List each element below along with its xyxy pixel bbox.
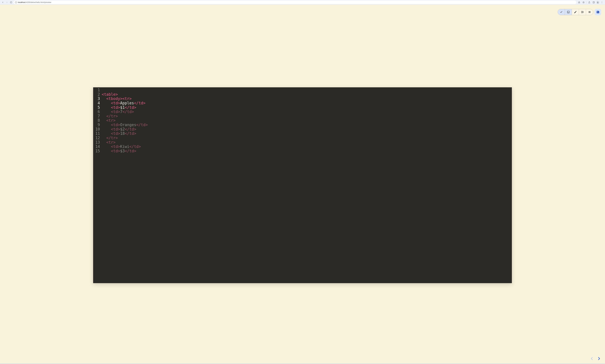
line-content: <td>Kiwi</td>: [102, 144, 512, 149]
bookmark-star-icon[interactable]: [582, 0, 585, 4]
code-line: 11 <td>18</td>: [93, 131, 512, 136]
page-canvas: 12<table>3 <tbody><tr>4 <td>Apples</td>5…: [0, 5, 605, 364]
line-number: 13: [93, 140, 102, 145]
line-number: 2: [93, 92, 102, 97]
reload-button[interactable]: [9, 1, 13, 4]
line-number: 4: [93, 101, 102, 105]
view-toolbar: [558, 9, 601, 15]
line-number: 15: [93, 149, 102, 153]
line-number: 11: [93, 131, 102, 136]
code-line: 1: [93, 88, 512, 92]
url-host: localhost: [18, 1, 26, 3]
code-line: 13 <tr>: [93, 140, 512, 145]
back-button[interactable]: [1, 1, 4, 4]
preview-mode-button[interactable]: [558, 9, 565, 15]
code-line: 4 <td>Apples</td>: [93, 101, 512, 105]
line-content: [102, 88, 512, 92]
line-number: 8: [93, 118, 102, 123]
line-content: <td>18</td>: [102, 131, 512, 136]
line-number: 14: [93, 144, 102, 149]
pager: [589, 356, 602, 361]
line-content: <tr>: [102, 118, 512, 123]
prev-page-button[interactable]: [589, 356, 595, 361]
kebab-menu-icon[interactable]: [600, 0, 604, 4]
line-number: 12: [93, 136, 102, 140]
svg-point-5: [602, 2, 602, 2]
code-line: 8 <tr>: [93, 118, 512, 123]
share-icon[interactable]: [577, 0, 581, 4]
line-number: 10: [93, 127, 102, 131]
line-content: </tr>: [102, 136, 512, 140]
svg-rect-1: [593, 1, 594, 3]
next-page-button[interactable]: [596, 356, 602, 361]
line-number: 5: [93, 105, 102, 110]
url-text: localhost:4200/delve/hello.html/preview: [18, 1, 51, 3]
line-number: 7: [93, 114, 102, 118]
forward-button[interactable]: [5, 1, 9, 4]
code-line: 10 <td>$2</td>: [93, 127, 512, 131]
rendered-mode-button[interactable]: [565, 9, 572, 15]
line-content: </tr>: [102, 114, 512, 118]
line-number: 9: [93, 123, 102, 127]
line-content: <table>: [102, 92, 512, 97]
line-number: 6: [93, 110, 102, 114]
line-content: <td>Apples</td>: [102, 101, 512, 105]
browser-toolbar: i localhost:4200/delve/hello.html/previe…: [0, 0, 605, 5]
edit-mode-button[interactable]: [572, 9, 579, 15]
line-number: 1: [93, 88, 102, 92]
code-line: 6 <td>7</td>: [93, 110, 512, 114]
url-port: :4200: [26, 1, 30, 3]
line-content: <td>Oranges</td>: [102, 123, 512, 127]
code-line: 14 <td>Kiwi</td>: [93, 144, 512, 149]
svg-rect-7: [567, 11, 569, 13]
address-bar[interactable]: i localhost:4200/delve/hello.html/previe…: [13, 0, 576, 4]
line-content: <tbody><tr>: [102, 97, 512, 101]
view-mode-group: [558, 9, 593, 15]
line-content: <tr>: [102, 140, 512, 145]
browser-actions: [577, 0, 604, 4]
panel-icon[interactable]: [592, 0, 596, 4]
svg-rect-9: [581, 11, 582, 13]
extension-flask-icon[interactable]: [587, 0, 591, 4]
url-path: /delve/hello.html/preview: [30, 1, 51, 3]
code-line: 5 <td>$1</td>: [93, 105, 512, 110]
code-line: 3 <tbody><tr>: [93, 97, 512, 101]
code-line: 15 <td>$3</td>: [93, 149, 512, 153]
line-content: <td>$3</td>: [102, 149, 512, 153]
code-line: 9 <td>Oranges</td>: [93, 123, 512, 127]
code-line: 2<table>: [93, 92, 512, 97]
svg-point-6: [602, 3, 602, 3]
svg-point-8: [568, 12, 568, 12]
code-line: 7 </tr>: [93, 114, 512, 118]
site-info-icon[interactable]: i: [15, 1, 17, 3]
line-content: <td>$1</td>: [102, 105, 512, 110]
svg-point-3: [597, 2, 598, 2]
line-content: <td>$2</td>: [102, 127, 512, 131]
code-block: 12<table>3 <tbody><tr>4 <td>Apples</td>5…: [93, 87, 512, 283]
list-view-button[interactable]: [586, 9, 593, 15]
svg-point-4: [602, 1, 602, 2]
line-content: <td>7</td>: [102, 110, 512, 114]
profile-avatar[interactable]: [596, 1, 599, 4]
code-lines: 12<table>3 <tbody><tr>4 <td>Apples</td>5…: [93, 87, 512, 153]
line-number: 3: [93, 97, 102, 101]
split-view-button[interactable]: [579, 9, 586, 15]
code-line: 12 </tr>: [93, 136, 512, 140]
save-button[interactable]: [595, 9, 601, 15]
